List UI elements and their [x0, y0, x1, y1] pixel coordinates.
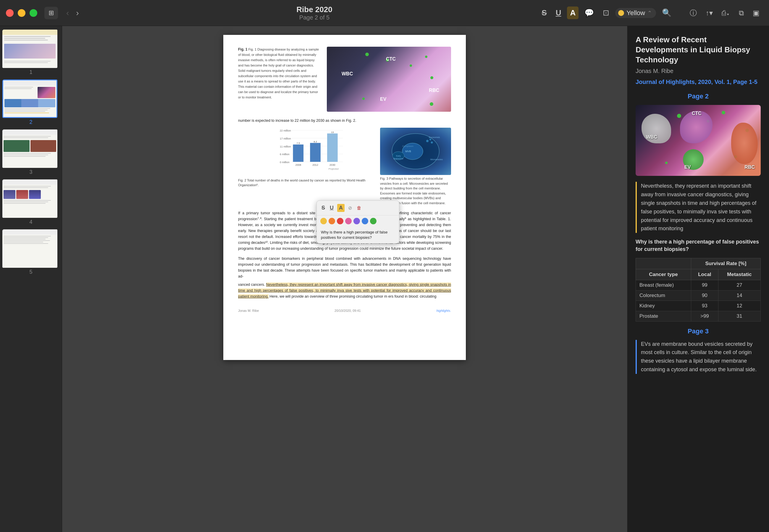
page-content: Fig. 1 Fig. 1 Diagnosing disease by anal…	[223, 35, 466, 360]
highlight-text: Nevertheless, they represent an importan…	[641, 182, 761, 233]
selected-color-dot	[618, 10, 624, 16]
wbc-label-fig1: WBC	[341, 70, 353, 77]
svg-text:6 million: 6 million	[280, 153, 289, 156]
color-selector[interactable]: Yellow ⌃	[615, 8, 656, 18]
color-chevron-icon: ⌃	[647, 10, 652, 16]
minimize-button[interactable]	[18, 9, 25, 17]
color-red[interactable]	[337, 218, 343, 224]
preview-wbc-label: WBC	[646, 134, 657, 140]
ev-label-fig1: EV	[380, 96, 386, 103]
color-blue[interactable]	[362, 218, 368, 224]
color-yellow[interactable]	[320, 218, 327, 224]
page3-text: EVs are membrane bound vesicles secreted…	[641, 340, 761, 374]
popup-strikethrough-button[interactable]: S	[320, 204, 326, 212]
preview-ev-label: EV	[684, 165, 691, 170]
color-orange[interactable]	[328, 218, 335, 224]
annotation-popup[interactable]: S U A ⊘ 🗑 Why is there a high percentage…	[316, 200, 399, 244]
color-purple[interactable]	[353, 218, 360, 224]
body-text-3: The discovery of cancer biomarkers in pe…	[238, 256, 451, 299]
page3-section-title: Page 3	[636, 327, 761, 335]
svg-text:Endosome: Endosome	[394, 158, 404, 160]
svg-text:13: 13	[331, 131, 333, 134]
paper-author: Jonas M. Ribe	[636, 68, 761, 74]
page-thumbnail-2[interactable]: 2	[2, 80, 59, 127]
page-thumbnail-1[interactable]: 1	[2, 30, 59, 77]
paper-journal: Journal of Highlights, 2020, Vol. 1, Pag…	[636, 79, 761, 85]
svg-text:2012: 2012	[312, 163, 318, 166]
popup-delete-button[interactable]: 🗑	[355, 204, 362, 212]
color-label: Yellow	[627, 9, 645, 17]
page3-section: EVs are membrane bound vesicles secreted…	[636, 340, 761, 374]
page-thumbnail-4[interactable]: 4	[2, 179, 59, 227]
doc-title-area: Ribe 2020 Page 2 of 5	[90, 5, 539, 21]
fig1-image: WBC CTC RBC EV	[327, 47, 451, 112]
popup-highlight-button[interactable]: A	[337, 204, 344, 212]
color-pink[interactable]	[345, 218, 352, 224]
page-thumbnail-num-1: 1	[2, 69, 59, 75]
svg-text:11 million: 11 million	[280, 145, 291, 148]
back-button[interactable]: ‹	[64, 7, 71, 19]
search-button[interactable]: 🔍	[659, 7, 674, 19]
table-col-cancer: Cancer type	[636, 269, 691, 280]
page-thumbnail-5[interactable]: 5	[2, 229, 59, 277]
table-row: Prostate >99 31	[636, 311, 761, 321]
image-button[interactable]: ⊡	[600, 7, 612, 19]
popup-underline-button[interactable]: U	[328, 204, 335, 212]
svg-text:Projected: Projected	[328, 168, 339, 170]
preview-rbc-label: RBC	[744, 165, 755, 170]
strikethrough-button[interactable]: S	[539, 7, 550, 19]
bar-chart: 22 million 17 million 11 million 6 milli…	[238, 128, 374, 205]
page-thumbnail-num-2: 2	[2, 119, 59, 125]
print-button[interactable]: ⎙▾	[718, 7, 734, 19]
fig1-section: Fig. 1 Fig. 1 Diagnosing disease by anal…	[238, 47, 451, 112]
page2-section-title: Page 2	[636, 93, 761, 100]
info-button[interactable]: ⓘ	[686, 7, 700, 20]
page-thumbnail-num-5: 5	[2, 269, 59, 275]
comment-button[interactable]: 💬	[582, 7, 597, 19]
close-button[interactable]	[6, 9, 14, 17]
svg-rect-10	[293, 145, 304, 162]
svg-point-29	[426, 140, 429, 142]
page-thumbnail-3[interactable]: 3	[2, 129, 59, 177]
highlight-button[interactable]: A	[567, 7, 579, 19]
underline-button[interactable]: U	[553, 7, 564, 19]
sidebar-toggle-button[interactable]: ⊞	[44, 7, 58, 19]
annotation-tools: S U A 💬 ⊡ Yellow ⌃ 🔍	[539, 7, 674, 19]
page-thumbnail-num-3: 3	[2, 169, 59, 175]
table-row: Kidney 93 12	[636, 301, 761, 311]
local-4: >99	[691, 311, 718, 321]
fig1-caption: Fig. 1 Fig. 1 Diagnosing disease by anal…	[238, 47, 321, 112]
page-footer: Jonas M. Ribe 20/10/2020, 09:41 highligh…	[238, 308, 451, 313]
metastatic-2: 14	[718, 290, 760, 301]
svg-text:22 million: 22 million	[280, 129, 291, 132]
right-panel: A Review of Recent Developments in Liqui…	[627, 26, 769, 532]
right-toolbar: ⓘ ↑▾ ⎙▾ ⧉ ▣	[686, 7, 763, 20]
fig1-caption-text: Fig. 1 Diagnosing disease by analyzing a…	[238, 48, 319, 99]
duplicate-button[interactable]: ⧉	[735, 7, 747, 19]
fig3-container: MVB Early Endosome Cytoplasm Exosomes Mi…	[380, 128, 451, 205]
maximize-button[interactable]	[30, 9, 37, 17]
svg-text:7.5: 7.5	[297, 142, 300, 145]
fig3-image: MVB Early Endosome Cytoplasm Exosomes Mi…	[380, 128, 451, 175]
svg-text:MVB: MVB	[405, 150, 411, 153]
share-button[interactable]: ↑▾	[702, 7, 716, 19]
table-header-type	[636, 258, 691, 269]
svg-text:8.2: 8.2	[314, 140, 317, 143]
ctc-label-fig1: CTC	[386, 56, 396, 63]
table-row: Colorectum 90 14	[636, 290, 761, 301]
preview-ctc-label: CTC	[692, 111, 702, 116]
table-row: Breast (female) 99 27	[636, 280, 761, 290]
footer-author: Jonas M. Ribe	[238, 308, 259, 313]
popup-color-palette	[317, 215, 399, 227]
title-bar: ⊞ ‹ › Ribe 2020 Page 2 of 5 S U A 💬 ⊡ Ye…	[0, 0, 769, 26]
color-green[interactable]	[370, 218, 376, 224]
forward-button[interactable]: ›	[74, 7, 81, 19]
cancer-type-2: Colorectum	[636, 290, 691, 301]
svg-rect-16	[327, 134, 338, 162]
document-view[interactable]: Fig. 1 Fig. 1 Diagnosing disease by anal…	[62, 26, 627, 532]
metastatic-4: 31	[718, 311, 760, 321]
sidebar-right-button[interactable]: ▣	[749, 7, 763, 19]
popup-cancel-button[interactable]: ⊘	[347, 204, 353, 212]
paper-title: A Review of Recent Developments in Liqui…	[636, 35, 761, 65]
svg-text:Cytoplasm: Cytoplasm	[402, 145, 414, 147]
